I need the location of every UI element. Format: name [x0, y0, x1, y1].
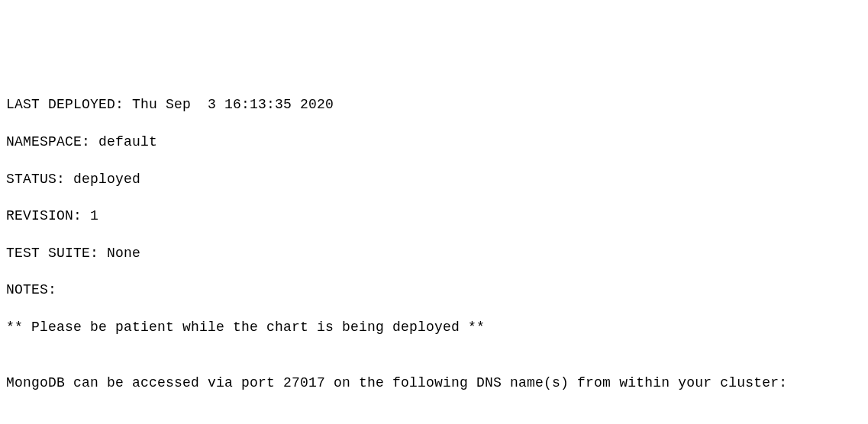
output-line-last-deployed: LAST DEPLOYED: Thu Sep 3 16:13:35 2020 [6, 95, 862, 114]
output-line-access-info: MongoDB can be accessed via port 27017 o… [6, 374, 862, 392]
output-line-test-suite: TEST SUITE: None [6, 244, 862, 262]
output-line-notes: NOTES: [6, 281, 862, 299]
output-line-patience: ** Please be patient while the chart is … [6, 318, 862, 336]
output-line-revision: REVISION: 1 [6, 207, 862, 225]
output-line-namespace: NAMESPACE: default [6, 133, 862, 151]
terminal-output: LAST DEPLOYED: Thu Sep 3 16:13:35 2020 N… [6, 77, 862, 424]
output-line-status: STATUS: deployed [6, 170, 862, 188]
